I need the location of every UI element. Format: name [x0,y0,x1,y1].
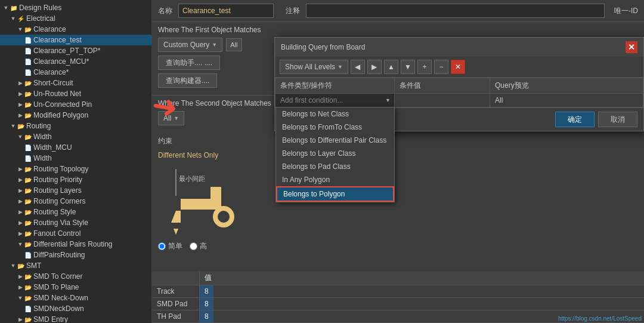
rule-icon-star: 📄 [24,68,32,76]
menu-item-net-class[interactable]: Belongs to Net Class [276,107,394,121]
sidebar-label-clearance-star: Clearance* [33,68,69,76]
sidebar-label-modified-polygon: Modified Polygon [33,111,88,119]
chevron-down-icon: ▼ [212,42,217,48]
menu-item-fromto-class[interactable]: Belongs to FromTo Class [276,121,394,134]
sidebar-item-smd-neckdown[interactable]: ▼ 📂 SMD Neck-Down [0,293,151,303]
dialog-close-button[interactable]: ✕ [626,41,637,53]
sidebar-item-width-group[interactable]: ▼ 📂 Width [0,131,151,142]
confirm-button[interactable]: 确定 [555,112,595,127]
cancel-button[interactable]: 取消 [598,112,637,127]
sidebar-item-electrical[interactable]: ▼ ⚡ Electrical [0,13,151,24]
col-value-header: 条件值 [395,78,490,94]
table-cell-th-value: 8 [200,310,213,322]
rule-name-input[interactable] [178,4,274,18]
sidebar-item-width-mcu[interactable]: 📄 Width_MCU [0,142,151,153]
menu-item-pad-class[interactable]: Belongs to Pad Class [276,160,394,173]
svg-rect-4 [210,187,221,210]
sidebar-label-smd-corner: SMD To Corner [33,272,82,281]
expand-icon-rc: ▶ [17,198,24,205]
table-cell-th-name: TH Pad [152,310,200,322]
col-condition-header: 条件类型/操作符 [275,78,395,94]
custom-query-dropdown[interactable]: Custom Query ▼ [158,38,222,52]
sidebar-item-short-circuit[interactable]: ▶ 📂 Short-Circuit [0,78,151,88]
sidebar-item-routing-priority[interactable]: ▶ 📂 Routing Priority [0,174,151,185]
menu-item-belongs-polygon[interactable]: Belongs to Polygon [276,186,394,202]
menu-item-diff-pair-class[interactable]: Belongs to Differential Pair Class [276,134,394,147]
sidebar-item-smt[interactable]: ▼ 📂 SMT [0,260,151,271]
sidebar-item-clearance-test[interactable]: 📄 Clearance_test [0,35,151,45]
sidebar-item-routing-corners[interactable]: ▶ 📂 Routing Corners [0,196,151,207]
chevron-down-icon-2: ▼ [174,115,179,121]
sidebar-item-routing-style[interactable]: ▶ 📂 Routing Style [0,207,151,217]
condition-type-cell[interactable]: Add first condition... ▼ Belongs to Net … [275,94,395,107]
folder-icon-sc: 📂 [24,79,32,87]
toolbar-up-button[interactable]: ▲ [384,60,398,74]
sidebar-item-design-rules[interactable]: ▼ 📁 Design Rules [0,2,151,13]
sidebar-item-width-star[interactable]: 📄 Width [0,153,151,164]
toolbar-subtract-button[interactable]: − [434,60,448,74]
sidebar-label-width-star: Width [33,154,52,162]
simple-label: 简单 [168,241,182,251]
sidebar-label-routing-corners: Routing Corners [33,197,85,205]
table-col-name [152,271,200,285]
expand-icon-ucp: ▶ [17,101,24,108]
folder-icon-rc: 📂 [24,197,32,205]
comment-input[interactable] [306,4,605,18]
sidebar-label-routing-style: Routing Style [33,208,76,216]
sidebar-item-diff-pairs[interactable]: ▼ 📂 Differential Pairs Routing [0,239,151,250]
sidebar-item-routing-layers[interactable]: ▶ 📂 Routing Layers [0,185,151,196]
sidebar-label-routing-via-style: Routing Via Style [33,219,88,227]
folder-icon-routing: 📂 [17,122,25,130]
query-builder-button[interactable]: 查询构建器.... [158,73,217,88]
dialog-table-container: 条件类型/操作符 条件值 Query预览 Add first condition… [275,78,643,107]
toolbar-down-button[interactable]: ▼ [401,60,415,74]
sidebar-item-smd-plane[interactable]: ▶ 📂 SMD To Plane [0,282,151,293]
sidebar-item-modified-polygon[interactable]: ▶ 📂 Modified Polygon [0,110,151,121]
advanced-radio-label[interactable]: 高 [190,241,207,251]
sidebar-item-clearance-star[interactable]: 📄 Clearance* [0,67,151,78]
sidebar-item-diff-pairs-routing[interactable]: 📄 DiffPairsRouting [0,250,151,260]
condition-dropdown-icon: ▼ [385,97,391,103]
sidebar-label-diff-pairs: Differential Pairs Routing [33,240,113,248]
sidebar-label-design-rules: Design Rules [19,4,61,12]
condition-value-cell[interactable] [395,94,490,107]
folder-icon-un: 📂 [24,90,32,98]
advanced-radio[interactable] [190,242,197,250]
sidebar-label-routing-priority: Routing Priority [33,176,82,184]
sidebar-label-clearance-test: Clearance_test [33,36,82,44]
all-button[interactable]: All [226,38,242,51]
sidebar-item-unconnected-pin[interactable]: ▶ 📂 Un-Connected Pin [0,99,151,110]
sidebar-item-routing-via-style[interactable]: ▶ 📂 Routing Via Style [0,217,151,228]
menu-item-layer-class[interactable]: Belongs to Layer Class [276,147,394,160]
sidebar-item-clearance-mcu[interactable]: 📄 Clearance_MCU* [0,56,151,67]
sidebar-item-smd-neckdown-rule[interactable]: 📄 SMDNeckDown [0,303,151,314]
query-helper-button[interactable]: 查询助手.... .... [158,56,220,70]
rule-icon-pt-top: 📄 [24,47,32,55]
sidebar-item-routing-topology[interactable]: ▶ 📂 Routing Topology [0,164,151,174]
dialog-title: Building Query from Board [281,43,365,51]
expand-icon-smn: ▼ [17,294,24,302]
folder-icon-dp: 📂 [24,240,32,248]
simple-radio-label[interactable]: 简单 [158,241,182,251]
folder-icon-smp: 📂 [24,283,32,291]
menu-item-in-any-polygon[interactable]: In Any Polygon [276,173,394,186]
toolbar-add-button[interactable]: + [417,60,432,74]
sidebar-item-unrouted-net[interactable]: ▶ 📂 Un-Routed Net [0,88,151,99]
show-all-levels-button[interactable]: Show All Levels ▼ [280,60,348,74]
table-cell-smd-name: SMD Pad [152,298,200,310]
sidebar-item-clearance-group[interactable]: ▼ 📂 Clearance [0,24,151,35]
toolbar-forward-button[interactable]: ▶ [367,60,382,74]
sidebar-item-clearance-pt-top[interactable]: 📄 Clearance_PT_TOP* [0,45,151,56]
first-condition-row[interactable]: Add first condition... ▼ Belongs to Net … [275,94,643,107]
sidebar-item-fanout-control[interactable]: ▶ 📂 Fanout Control [0,228,151,239]
folder-icon-width: 📂 [24,133,32,141]
sidebar-item-smd-entry[interactable]: ▶ 📂 SMD Entry [0,314,151,323]
second-all-dropdown[interactable]: All ▼ [158,111,184,125]
sidebar-item-routing[interactable]: ▼ 📂 Routing [0,121,151,131]
toolbar-back-button[interactable]: ◀ [351,60,365,74]
toolbar-delete-button[interactable]: ✕ [451,60,465,74]
rule-icon-dp-routing: 📄 [24,251,32,259]
sidebar-item-smd-corner[interactable]: ▶ 📂 SMD To Corner [0,271,151,282]
simple-radio[interactable] [158,242,166,250]
sidebar-label-unrouted-net: Un-Routed Net [33,90,81,98]
